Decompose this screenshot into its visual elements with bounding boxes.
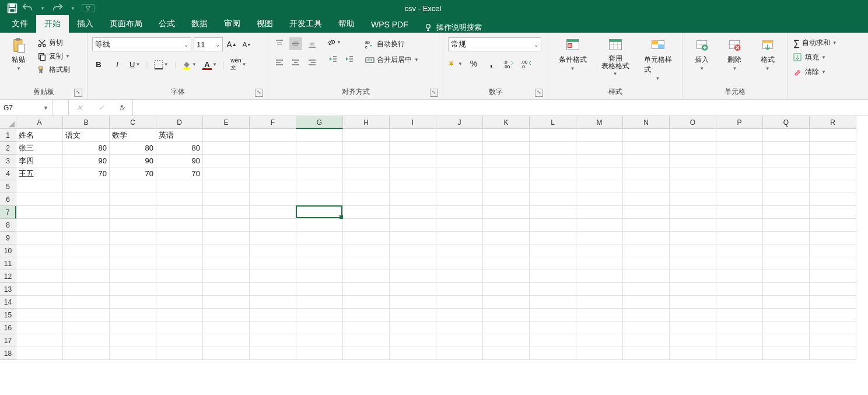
cell-styles-button[interactable]: 单元格样式▼ [644, 35, 672, 81]
align-middle-icon[interactable] [289, 37, 302, 50]
cell[interactable] [623, 129, 670, 142]
cell[interactable] [763, 283, 810, 296]
cell[interactable] [156, 193, 203, 206]
row-header[interactable]: 10 [0, 244, 16, 257]
cell[interactable] [296, 167, 343, 180]
cell[interactable]: 王五 [16, 167, 63, 180]
cell[interactable] [763, 206, 810, 219]
cell[interactable] [16, 347, 63, 360]
cell[interactable] [716, 129, 763, 142]
cell[interactable] [623, 232, 670, 244]
increase-font-icon[interactable]: A▲ [225, 38, 238, 51]
cell[interactable] [156, 270, 203, 283]
cell[interactable] [530, 270, 576, 283]
column-header[interactable]: I [390, 116, 436, 129]
cell[interactable] [530, 321, 576, 334]
italic-icon[interactable]: I [111, 58, 124, 71]
cell[interactable] [343, 257, 390, 270]
percent-icon[interactable]: % [467, 57, 480, 70]
cell[interactable] [16, 309, 63, 321]
cell[interactable] [716, 232, 763, 244]
cell[interactable] [436, 142, 483, 155]
cell[interactable] [483, 283, 530, 296]
cell[interactable] [343, 193, 390, 206]
cell[interactable] [156, 232, 203, 244]
cell[interactable] [63, 283, 110, 296]
cell[interactable] [110, 296, 156, 309]
cell[interactable] [623, 155, 670, 167]
cell[interactable] [203, 244, 250, 257]
cell[interactable] [343, 244, 390, 257]
column-header[interactable]: N [623, 116, 670, 129]
cell[interactable] [390, 296, 436, 309]
cell[interactable] [716, 167, 763, 180]
row-header[interactable]: 12 [0, 270, 16, 283]
cell[interactable] [250, 283, 296, 296]
cell[interactable] [296, 309, 343, 321]
font-size-combo[interactable]: 11⌄ [194, 37, 223, 51]
cell[interactable] [343, 309, 390, 321]
row-header[interactable]: 5 [0, 180, 16, 193]
cell[interactable] [203, 257, 250, 270]
cell[interactable] [250, 167, 296, 180]
cell[interactable] [763, 129, 810, 142]
cell[interactable] [716, 219, 763, 232]
cell[interactable] [203, 206, 250, 219]
cell[interactable] [250, 347, 296, 360]
cell[interactable] [716, 321, 763, 334]
delete-cells-button[interactable]: 删除▼ [720, 35, 748, 71]
row-header[interactable]: 1 [0, 129, 16, 142]
cell[interactable] [296, 334, 343, 347]
cell[interactable] [250, 257, 296, 270]
column-header[interactable]: O [670, 116, 716, 129]
cell[interactable] [110, 270, 156, 283]
cell[interactable] [436, 219, 483, 232]
cell[interactable] [296, 296, 343, 309]
cell[interactable] [670, 167, 716, 180]
row-header[interactable]: 16 [0, 321, 16, 334]
cell[interactable] [250, 206, 296, 219]
cell[interactable] [763, 193, 810, 206]
cell[interactable] [16, 232, 63, 244]
cell[interactable] [296, 270, 343, 283]
cancel-formula-icon[interactable]: ✕ [76, 103, 83, 112]
column-header[interactable]: E [203, 116, 250, 129]
cell[interactable] [623, 257, 670, 270]
cell[interactable] [63, 257, 110, 270]
cell[interactable] [623, 321, 670, 334]
tab-页面布局[interactable]: 页面布局 [102, 15, 150, 33]
cell[interactable] [436, 270, 483, 283]
cell[interactable] [110, 206, 156, 219]
cell[interactable] [16, 334, 63, 347]
cell[interactable] [296, 232, 343, 244]
cell[interactable] [810, 206, 856, 219]
cell[interactable] [110, 180, 156, 193]
cell[interactable] [530, 219, 576, 232]
cell[interactable] [156, 206, 203, 219]
cell[interactable] [63, 334, 110, 347]
cell[interactable] [63, 180, 110, 193]
cell[interactable] [670, 296, 716, 309]
cell[interactable] [670, 232, 716, 244]
cell[interactable] [296, 180, 343, 193]
cell[interactable] [296, 321, 343, 334]
tab-开始[interactable]: 开始 [36, 15, 69, 33]
tab-数据[interactable]: 数据 [183, 15, 216, 33]
cell[interactable] [343, 334, 390, 347]
cell[interactable] [250, 142, 296, 155]
cell[interactable] [16, 270, 63, 283]
cell[interactable] [390, 309, 436, 321]
wrap-text-button[interactable]: abc 自动换行 [364, 39, 420, 50]
cell[interactable] [716, 334, 763, 347]
cell[interactable] [716, 244, 763, 257]
cell[interactable]: 李四 [16, 155, 63, 167]
cell[interactable] [763, 309, 810, 321]
cell[interactable] [203, 232, 250, 244]
cell[interactable] [623, 347, 670, 360]
cell[interactable] [810, 321, 856, 334]
cell[interactable] [390, 334, 436, 347]
cell[interactable] [63, 219, 110, 232]
cell[interactable] [670, 219, 716, 232]
align-left-icon[interactable] [273, 56, 286, 69]
cell[interactable]: 90 [110, 155, 156, 167]
